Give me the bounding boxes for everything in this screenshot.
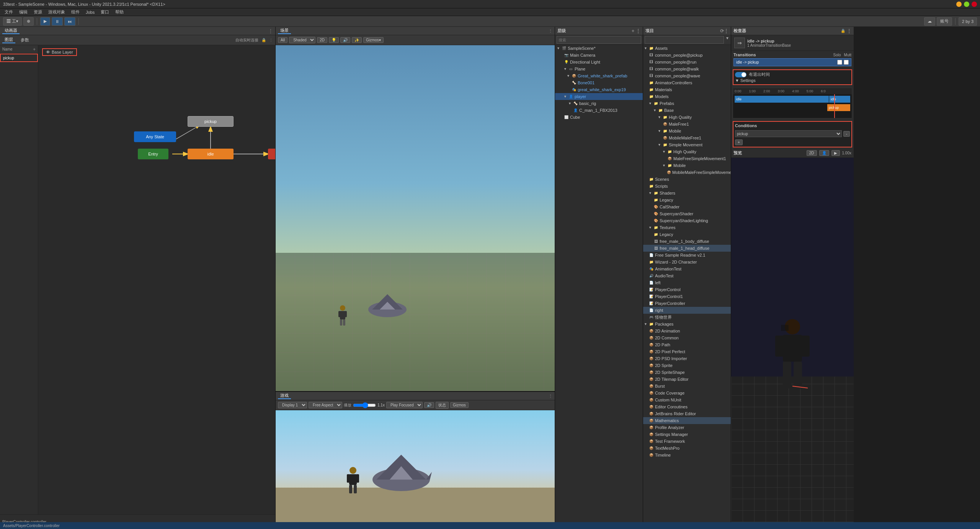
menu-window[interactable]: 窗口	[98, 8, 112, 16]
project-malefree1[interactable]: 📦 MaleFree1	[643, 121, 731, 128]
tree-samplescene[interactable]: ▼ 🎬 SampleScene*	[555, 45, 643, 52]
project-mobilemalefree1[interactable]: 📦 MobileMaleFree1	[643, 134, 731, 141]
tree-cman[interactable]: 👤 C_man_1_FBX2013	[555, 107, 643, 114]
account-btn[interactable]: 账号	[937, 17, 952, 26]
project-jetbrains[interactable]: 📦 JetBrains Rider Editor	[643, 410, 731, 417]
project-testframework[interactable]: 📦 Test Framework	[643, 438, 731, 445]
project-textures[interactable]: ▼ 📁 Textures	[643, 224, 731, 231]
animator-menu-btn[interactable]: ⋮	[269, 38, 273, 42]
project-settingsmanager[interactable]: 📦 Settings Manager	[643, 431, 731, 438]
project-animtest[interactable]: 🎭 AnimationTest	[643, 265, 731, 272]
scene-fx[interactable]: ✨	[352, 37, 362, 43]
project-mobilemalefree-simple[interactable]: 📦 MobileMaleFreeSimpleMovement	[643, 169, 731, 176]
condition-add-btn[interactable]: +	[735, 139, 743, 145]
project-readme[interactable]: 📄 Free Sample Readme v2.1	[643, 252, 731, 259]
project-playercontrol[interactable]: 📝 PlayerControl	[643, 286, 731, 293]
cloud-btn[interactable]: ☁	[924, 17, 935, 26]
project-prefabs[interactable]: ▼ 📁 Prefabs	[643, 100, 731, 107]
state-idle[interactable]: idle	[188, 149, 234, 159]
project-sync-btn[interactable]: ⟳	[720, 28, 724, 34]
project-2dspriteshape[interactable]: 📦 2D SpriteShape	[643, 369, 731, 376]
state-exit[interactable]: Exit	[268, 149, 275, 159]
settings-row[interactable]: ▼ Settings	[735, 78, 850, 83]
project-tex-legacy[interactable]: 📁 Legacy	[643, 231, 731, 238]
menu-assets[interactable]: 资源	[31, 8, 45, 16]
menu-component[interactable]: 组件	[68, 8, 83, 16]
project-monster-world[interactable]: 🎮 怪物世界	[643, 314, 731, 321]
project-customnunit[interactable]: 📦 Custom NUnit	[643, 396, 731, 403]
project-search[interactable]	[645, 36, 724, 44]
inspector-lock-btn[interactable]: 🔒	[841, 29, 845, 33]
project-2dpixel[interactable]: 📦 2D Pixel Perfect	[643, 348, 731, 355]
project-scenes[interactable]: 📁 Scenes	[643, 176, 731, 183]
game-display[interactable]: Display 1	[278, 402, 307, 408]
game-gizmos[interactable]: Gizmos	[450, 402, 469, 408]
menu-edit[interactable]: 编辑	[16, 8, 31, 16]
project-playercontroller[interactable]: 📝 PlayerController	[643, 300, 731, 307]
tab-params[interactable]: 参数	[18, 37, 31, 43]
scene-gizmos[interactable]: Gizmos▾	[363, 37, 384, 43]
project-malefree-simple[interactable]: 📦 MaleFreeSimpleMovement1	[643, 155, 731, 162]
play-btn[interactable]: ▶	[40, 17, 50, 26]
project-common-run[interactable]: 🎞 common_people@run	[643, 59, 731, 66]
project-supercyan-lighting[interactable]: 🎨 SupercyanShaderLighting	[643, 217, 731, 224]
game-stats[interactable]: 状态	[436, 402, 449, 409]
tree-player[interactable]: ▼ 👤 player	[555, 93, 643, 100]
scene-2d[interactable]: 2D	[317, 37, 327, 43]
project-common-walk[interactable]: 🎞 common_people@walk	[643, 66, 731, 72]
animator-more-btn[interactable]: ⋮	[268, 28, 273, 34]
project-2dpath[interactable]: 📦 2D Path	[643, 341, 731, 348]
tree-bone001[interactable]: 🦴 Bone001	[555, 79, 643, 86]
preview-icon-btn[interactable]: 👤	[819, 150, 829, 156]
game-content[interactable]	[276, 410, 555, 529]
scene-content[interactable]	[276, 45, 555, 391]
tree-main-camera[interactable]: 📷 Main Camera	[555, 52, 643, 59]
project-supercyan[interactable]: 🎨 SupercyanShader	[643, 210, 731, 217]
project-codecoverage[interactable]: 📦 Code Coverage	[643, 390, 731, 396]
tree-cube[interactable]: ⬜ Cube	[555, 114, 643, 121]
scene-lights[interactable]: 💡	[329, 37, 339, 43]
tab-layers[interactable]: 图层	[2, 37, 15, 43]
pickup-name-item[interactable]: pickup	[0, 54, 38, 62]
state-entry[interactable]: Entry	[138, 149, 168, 159]
inspector-menu-btn[interactable]: ⋮	[847, 28, 851, 34]
state-pickup[interactable]: pickup	[188, 116, 234, 127]
project-left[interactable]: 📄 left	[643, 279, 731, 286]
project-2dcommon[interactable]: 📦 2D Common	[643, 334, 731, 341]
menu-gameobject[interactable]: 游戏对象	[45, 8, 68, 16]
project-wizard[interactable]: 📁 Wizard - 2D Character	[643, 259, 731, 265]
transition-item-row[interactable]: idle -> pickup	[733, 58, 851, 66]
project-packages-root[interactable]: ▼ 📁 Packages	[643, 321, 731, 328]
minimize-btn[interactable]	[956, 2, 962, 7]
project-body-diffuse[interactable]: 🖼 free_male_1_body_diffuse	[643, 238, 731, 245]
project-2danim[interactable]: 📦 2D Animation	[643, 328, 731, 334]
tree-dir-light[interactable]: 💡 Directional Light	[555, 59, 643, 66]
project-timeline[interactable]: 📦 Timeline	[643, 452, 731, 459]
mute-checkbox[interactable]	[844, 60, 849, 65]
project-legacy[interactable]: 📁 Legacy	[643, 197, 731, 203]
game-focused[interactable]: Play Focused	[386, 402, 423, 408]
has-exit-toggle[interactable]	[735, 72, 746, 77]
project-common-wave[interactable]: 🎞 common_people@wave	[643, 72, 731, 79]
tree-plane[interactable]: ▼ ▭ Plane	[555, 66, 643, 72]
project-filter-btn[interactable]: ▼	[725, 36, 729, 44]
project-hq2[interactable]: ▼ 📁 High Quality	[643, 148, 731, 155]
hierarchy-search[interactable]	[557, 36, 641, 44]
project-simple-movement[interactable]: ▼ 📁 Simple Movement	[643, 141, 731, 148]
scene-shading[interactable]: Shaded	[289, 37, 315, 43]
project-playercontrol1[interactable]: 📝 PlayerControl1	[643, 293, 731, 300]
preview-play-btn[interactable]: ▶	[831, 150, 840, 156]
project-2dtilemap[interactable]: 📦 2D Tilemap Editor	[643, 376, 731, 383]
tree-assets-root[interactable]: ▼ 📁 Assets	[643, 45, 731, 52]
menu-jobs[interactable]: Jobs	[83, 8, 98, 16]
project-base[interactable]: ▼ 📁 Base	[643, 107, 731, 114]
window-controls[interactable]	[956, 2, 977, 7]
scene-audio[interactable]: 🔊	[340, 37, 350, 43]
project-high-quality[interactable]: ▼ 📁 High Quality	[643, 114, 731, 121]
game-aspect[interactable]: Free Aspect	[309, 402, 342, 408]
project-anim-controllers[interactable]: 📁 AnimatorControllers	[643, 79, 731, 86]
project-scripts[interactable]: 📁 Scripts	[643, 183, 731, 190]
condition-remove-btn[interactable]: -	[843, 131, 850, 137]
preview-2d-btn[interactable]: 2D	[807, 150, 817, 156]
menu-help[interactable]: 帮助	[112, 8, 127, 16]
